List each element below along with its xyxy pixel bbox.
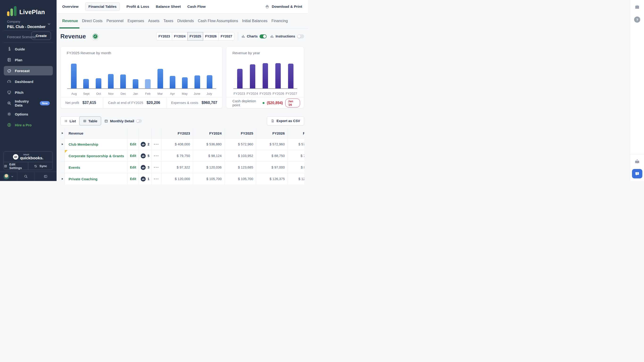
qb-count: 1 bbox=[148, 177, 150, 181]
revenue-stream-link[interactable]: Corporate Sponsorship & Grants bbox=[68, 154, 124, 158]
table-view-button[interactable]: Table bbox=[79, 116, 101, 126]
gear-icon bbox=[7, 112, 12, 116]
column-header-fy2025: FY2025 bbox=[225, 128, 256, 138]
table-row-club-membership: Club MembershipEditqb2●●●$ 408,000$ 536,… bbox=[60, 138, 304, 150]
table-title: Revenue bbox=[65, 128, 128, 138]
qb-mapping-corporate-sponsorship-grants[interactable]: qb5 bbox=[139, 150, 152, 162]
month-bar-aug bbox=[71, 64, 76, 88]
qb-mapping-private-coaching[interactable]: qb1 bbox=[139, 173, 152, 181]
tab-overview[interactable]: Overview bbox=[62, 4, 78, 9]
tab-financial-tables[interactable]: Financial Tables bbox=[85, 2, 120, 11]
create-scenario-button[interactable]: Create bbox=[31, 32, 51, 40]
year-bar-fy2026 bbox=[275, 63, 281, 88]
month-label: Jan bbox=[131, 92, 140, 96]
row-name-private-coaching[interactable]: Private Coaching bbox=[65, 173, 128, 181]
fy-button-fy2027[interactable]: FY2027 bbox=[218, 32, 234, 40]
subtab-financing[interactable]: Financing bbox=[272, 19, 288, 23]
column-header-fy2026: FY2026 bbox=[256, 128, 288, 138]
subtab-taxes[interactable]: Taxes bbox=[163, 19, 173, 23]
quickbooks-logo: qb intuit quickbooks. bbox=[4, 152, 52, 162]
edit-link-events[interactable]: Edit bbox=[128, 162, 139, 173]
row-expand-corporate-sponsorship-grants bbox=[60, 150, 65, 162]
month-bar-mar bbox=[158, 69, 163, 88]
edit-link-corporate-sponsorship-grants[interactable]: Edit bbox=[128, 150, 139, 162]
collapse-sidebar-button[interactable] bbox=[34, 172, 56, 181]
subtab-direct-costs[interactable]: Direct Costs bbox=[82, 19, 102, 23]
section-complete-badge[interactable]: ✓ bbox=[91, 32, 100, 40]
sidebar-item-plan[interactable]: Plan bbox=[4, 55, 53, 64]
value-club-membership-fy2023: $ 408,000 bbox=[162, 138, 193, 150]
month-bar-july bbox=[207, 75, 212, 88]
subtab-revenue[interactable]: Revenue bbox=[62, 19, 78, 23]
export-csv-button[interactable]: Export as CSV bbox=[267, 116, 304, 126]
divider bbox=[238, 32, 238, 40]
tab-profit-loss[interactable]: Profit & Loss bbox=[126, 4, 149, 9]
sidebar-item-forecast[interactable]: Forecast bbox=[4, 66, 53, 76]
subtab-cash-flow-assumptions[interactable]: Cash Flow Assumptions bbox=[198, 19, 238, 23]
sidebar-item-pitch[interactable]: Pitch bbox=[4, 88, 53, 97]
row-name-events[interactable]: Events bbox=[65, 162, 128, 173]
monthly-detail-label: Monthly Detail bbox=[110, 119, 134, 123]
year-bar-fy2027 bbox=[288, 64, 294, 88]
fy-button-fy2025[interactable]: FY2025 bbox=[188, 32, 203, 40]
row-name-club-membership[interactable]: Club Membership bbox=[65, 138, 128, 150]
list-view-button[interactable]: List bbox=[60, 117, 80, 125]
sidebar-item-dashboard[interactable]: Dashboard bbox=[4, 77, 53, 86]
qb-mapping-events[interactable]: qb3 bbox=[139, 162, 152, 173]
sidebar-item-label: Forecast bbox=[15, 69, 30, 73]
charts-toggle[interactable] bbox=[260, 34, 266, 38]
tab-cash-flow[interactable]: Cash Flow bbox=[188, 4, 206, 9]
printer-icon bbox=[265, 4, 270, 9]
row-menu-private-coaching[interactable]: ●●● bbox=[152, 173, 162, 181]
subtab-dividends[interactable]: Dividends bbox=[177, 19, 194, 23]
column-header-fy2023: FY2023 bbox=[162, 128, 193, 138]
yearly-revenue-chart-card: Revenue by year FY2023FY2024FY2025FY2026… bbox=[226, 46, 304, 108]
content: Revenue ✓ FY2023FY2024FY2025FY2026FY2027… bbox=[56, 28, 308, 181]
fy-button-fy2024[interactable]: FY2024 bbox=[172, 32, 188, 40]
intuit-brand-text: intuit bbox=[23, 154, 43, 156]
revenue-stream-link[interactable]: Private Coaching bbox=[68, 177, 98, 181]
row-expand-club-membership[interactable] bbox=[60, 138, 65, 150]
main-area: OverviewFinancial TablesProfit & LossBal… bbox=[56, 0, 308, 181]
account-menu[interactable] bbox=[0, 172, 17, 181]
instructions-toggle[interactable] bbox=[297, 34, 304, 38]
edit-link-private-coaching[interactable]: Edit bbox=[128, 173, 139, 181]
sidebar-item-hire-a-pro[interactable]: Hire a Pro bbox=[4, 120, 53, 130]
revenue-stream-link[interactable]: Events bbox=[68, 166, 80, 170]
header-spacer bbox=[139, 128, 152, 138]
row-expand-private-coaching[interactable] bbox=[60, 173, 65, 181]
sync-button[interactable]: Sync bbox=[28, 162, 52, 170]
revenue-stream-link[interactable]: Club Membership bbox=[68, 142, 98, 146]
row-menu-corporate-sponsorship-grants[interactable]: ●●● bbox=[152, 150, 162, 162]
subtab-initial-balances[interactable]: Initial Balances bbox=[242, 19, 268, 23]
row-menu-events[interactable]: ●●● bbox=[152, 162, 162, 173]
subtab-personnel[interactable]: Personnel bbox=[106, 19, 124, 23]
subtab-expenses[interactable]: Expenses bbox=[128, 19, 144, 23]
edit-settings-button[interactable]: Edit Settings bbox=[4, 162, 28, 170]
tab-balance-sheet[interactable]: Balance Sheet bbox=[156, 4, 181, 9]
value-private-coaching-fy2027-clipped: $ 12 bbox=[288, 173, 304, 181]
monthly-detail-toggle[interactable] bbox=[136, 119, 142, 123]
edit-link-club-membership[interactable]: Edit bbox=[128, 138, 139, 150]
year-label: FY2026 bbox=[272, 92, 285, 96]
sidebar-item-guide[interactable]: Guide bbox=[4, 44, 53, 54]
liveplan-logo[interactable]: LivePlan bbox=[7, 6, 45, 16]
expand-all-button[interactable] bbox=[60, 128, 65, 138]
fy-button-fy2023[interactable]: FY2023 bbox=[156, 32, 172, 40]
download-print-button[interactable]: Download & Print bbox=[265, 4, 302, 9]
monthly-detail-group: Monthly Detail bbox=[104, 119, 142, 123]
sidebar: LivePlan Company P&L Club - December For… bbox=[0, 0, 56, 181]
qb-mapping-club-membership[interactable]: qb2 bbox=[139, 138, 152, 150]
search-button[interactable] bbox=[17, 172, 34, 181]
sidebar-item-industry-data[interactable]: Industry DataNew bbox=[4, 98, 53, 108]
month-label: Mar bbox=[156, 92, 164, 96]
value-club-membership-fy2027-clipped: $ 57 bbox=[288, 138, 304, 150]
compass-icon bbox=[7, 122, 12, 127]
sidebar-item-options[interactable]: Options bbox=[4, 109, 53, 119]
row-menu-club-membership[interactable]: ●●● bbox=[152, 138, 162, 150]
fy-button-fy2026[interactable]: FY2026 bbox=[203, 32, 219, 40]
subtab-assets[interactable]: Assets bbox=[148, 19, 159, 23]
row-name-corporate-sponsorship-grants[interactable]: Corporate Sponsorship & Grants bbox=[65, 150, 128, 162]
company-selector[interactable]: Company P&L Club - December bbox=[7, 20, 51, 29]
table-row-corporate-sponsorship-grants: Corporate Sponsorship & GrantsEditqb5●●●… bbox=[60, 150, 304, 162]
